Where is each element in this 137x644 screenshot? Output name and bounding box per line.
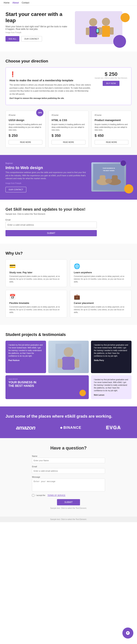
read-more-button-3[interactable]: READ MORE <box>95 140 129 144</box>
intro-circle-orange <box>124 184 133 194</box>
why-card-2: 🌐 Learn anywhere Convenient payment plan… <box>70 259 132 287</box>
course-card-2: #Course HTML & CSS Acquire mastery in le… <box>48 111 88 148</box>
email-input[interactable] <box>32 468 105 474</box>
newsletter-inner: Get Skill news and updates to your inbox… <box>5 207 97 236</box>
evga-logo: EVGA <box>106 425 121 430</box>
newsletter-email-input[interactable] <box>5 222 97 228</box>
message-input[interactable] <box>32 478 105 492</box>
hero-circle-purple <box>113 35 126 48</box>
exclamation-icon: ❗ <box>9 71 91 77</box>
business-card-label: digital BRAND <box>8 378 86 380</box>
hero-title: Start your career with a leap <box>5 11 68 24</box>
why-desc-4: Convenient payment plans enable you to d… <box>74 306 128 314</box>
name-input[interactable] <box>32 458 105 463</box>
see-all-button[interactable]: SEE ALL <box>5 36 19 42</box>
course-desc-2: Acquire mastery in leading platforms and… <box>51 123 85 131</box>
course-tag-3: #Course <box>95 114 129 116</box>
membership-note: Don't forget to remove this message befo… <box>9 97 91 100</box>
person-photo <box>48 341 89 373</box>
membership-body: The section below is where you should sh… <box>9 83 91 96</box>
contact-title: Have a question? <box>32 446 105 450</box>
message-label: Message <box>32 476 105 478</box>
nav-home[interactable]: Home <box>4 2 9 4</box>
svg-rect-15 <box>112 175 118 184</box>
testimonial-1: I landed my first job before graduation … <box>5 341 46 373</box>
svg-rect-2 <box>89 26 97 37</box>
why-card-1: 💳 Study now. Pay later Convenient paymen… <box>5 259 67 287</box>
course-cards: -50% #Course UX/UI design Acquire master… <box>5 111 132 148</box>
terms-checkbox[interactable] <box>32 494 34 496</box>
buy-now-button[interactable]: BUY NOW <box>103 81 120 86</box>
why-icon-2: 🌐 <box>74 263 128 269</box>
message-field-group: Message <box>32 476 105 492</box>
testimonial-5: I landed my first job before graduation … <box>91 375 132 399</box>
why-title-2: Learn anywhere <box>74 271 128 274</box>
course-card-1: -50% #Course UX/UI design Acquire master… <box>5 111 45 148</box>
course-desc-1: Acquire mastery in leading platforms and… <box>8 123 42 131</box>
contact-inner: Have a question? Name Email Message I ac… <box>32 446 105 509</box>
svg-point-20 <box>64 347 73 357</box>
membership-left: ❗ How to make the most of a membership t… <box>9 71 91 101</box>
companies-section: Just some of the places where eSkill gra… <box>0 406 137 438</box>
companies-logos: amazon ◆ BINANCE EVGA <box>5 424 132 431</box>
newsletter-description: Sample text. Click to select the Text El… <box>5 213 97 215</box>
testimonial-name-3: Stella Perry <box>94 359 104 362</box>
svg-rect-6 <box>102 26 110 37</box>
svg-rect-7 <box>99 27 102 34</box>
why-icon-3: 📅 <box>9 294 63 300</box>
read-more-button-1[interactable]: READ MORE <box>8 140 42 144</box>
name-label: Name <box>32 455 105 457</box>
svg-rect-14 <box>100 175 105 184</box>
our-contact-button[interactable]: OUR CONTACT <box>21 36 42 42</box>
course-tag-2: #Course <box>51 114 85 116</box>
testimonial-image-person <box>48 341 89 373</box>
newsletter-submit-button[interactable]: SUBMIT <box>5 230 97 236</box>
course-title-2: HTML & CSS <box>51 119 85 122</box>
hero-section: Start your career with a leap Want your … <box>0 6 137 52</box>
svg-text:THE BEST HANDS: THE BEST HANDS <box>103 170 115 172</box>
choose-direction-title: Choose your direction <box>5 59 132 64</box>
testimonial-text-3: I landed my first job before graduation … <box>94 344 129 357</box>
svg-rect-8 <box>110 27 114 34</box>
why-desc-3: Convenient payment plans enable you to d… <box>9 306 63 314</box>
why-grid: 💳 Study now. Pay later Convenient paymen… <box>5 259 132 318</box>
svg-point-1 <box>89 18 97 26</box>
newsletter-email-label: Email <box>5 219 97 221</box>
membership-heading: How to make the most of a membership tem… <box>9 79 91 82</box>
course-title-3: Product management <box>95 119 129 122</box>
svg-rect-22 <box>58 359 62 368</box>
nav-about[interactable]: About <box>12 2 19 4</box>
svg-point-5 <box>102 18 110 26</box>
intro-image-credit: Image from Freepik <box>5 182 86 184</box>
why-title-1: Study now. Pay later <box>9 271 63 274</box>
testimonials-title: Student projects & testimonials <box>5 332 132 337</box>
choose-direction-section: Choose your direction ❗ How to make the … <box>0 52 137 155</box>
intro-our-contact-button[interactable]: OUR CONTACT <box>5 187 26 192</box>
course-price-1: $ 250 <box>8 134 42 138</box>
testimonials-section: Student projects & testimonials I landed… <box>0 325 137 406</box>
hero-buttons: SEE ALL OUR CONTACT <box>5 36 68 42</box>
testimonials-grid: I landed my first job before graduation … <box>5 341 132 399</box>
intro-web-photo: YOUR BUSINESS IN THE BEST HANDS <box>91 162 126 192</box>
testimonial-3: I landed my first job before graduation … <box>91 341 132 373</box>
why-card-3: 📅 Flexible timetable Convenient payment … <box>5 290 67 318</box>
testimonial-name-1: Paul Hudson <box>8 359 19 362</box>
hero-image-area <box>73 11 132 50</box>
membership-box: ❗ How to make the most of a membership t… <box>5 67 132 105</box>
terms-link[interactable]: TERMS OF SERVICE <box>47 494 65 496</box>
membership-price-note: Sample text. Click to select the Text El… <box>95 77 128 79</box>
intro-web-text: Beginner Intro to Web design This compre… <box>5 162 86 192</box>
testimonial-name-5: Nick Larson <box>94 394 104 396</box>
contact-submit-button[interactable]: SUBMIT <box>57 499 80 505</box>
intro-web-section: Beginner Intro to Web design This compre… <box>0 155 137 200</box>
why-title-4: Career placement <box>74 302 128 304</box>
testimonial-text-5: I landed my first job before graduation … <box>94 378 129 392</box>
intro-web-image: YOUR BUSINESS IN THE BEST HANDS <box>91 162 132 192</box>
read-more-button-2[interactable]: READ MORE <box>51 140 85 144</box>
business-circle-orange <box>79 390 86 396</box>
hero-image-credit: Image from Freepik <box>5 32 68 34</box>
membership-right: $ 250 Sample text. Click to select the T… <box>95 71 128 86</box>
binance-logo: ◆ BINANCE <box>60 426 81 430</box>
testimonial-business-card: digital BRAND YOUR BUSINESS INTHE BEST H… <box>5 375 89 399</box>
nav-contact[interactable]: Contact <box>22 2 29 4</box>
